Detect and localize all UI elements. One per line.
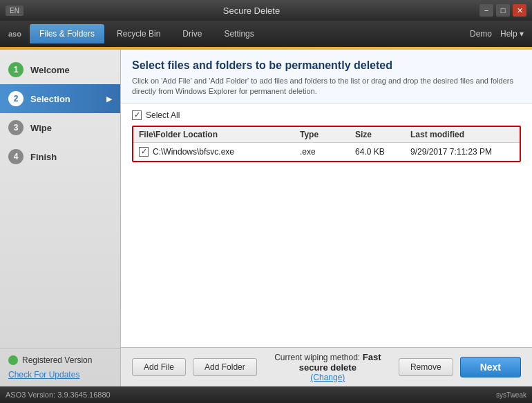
step-num-selection: 2 [8,91,23,106]
version-text: ASO3 Version: 3.9.3645.16880 [6,391,111,399]
remove-button[interactable]: Remove [399,358,453,376]
cell-type: .exe [300,147,355,157]
col-header-location: File\Folder Location [139,130,300,139]
help-button[interactable]: Help ▾ [500,29,524,39]
demo-button[interactable]: Demo [470,29,492,39]
registered-icon [8,355,18,365]
wiping-label: Current wiping method: [274,353,360,362]
next-button[interactable]: Next [460,357,521,377]
change-wiping-link[interactable]: (Change) [264,373,392,382]
sidebar-item-finish[interactable]: 4 Finish [0,142,120,171]
check-updates-link[interactable]: Check For Updates [8,370,79,380]
sidebar-label-selection: Selection [30,94,70,104]
nav-logo: aso [3,30,27,38]
tab-settings[interactable]: Settings [214,24,263,43]
step-num-wipe: 3 [8,120,23,135]
cell-location: C:\Windows\bfsvc.exe [139,147,300,157]
select-all-checkbox[interactable] [132,110,142,120]
table-row[interactable]: C:\Windows\bfsvc.exe .exe 64.0 KB 9/29/2… [133,143,520,161]
cell-modified: 9/29/2017 7:11:23 PM [410,147,514,157]
chevron-right-icon: ▶ [106,95,112,104]
col-header-type: Type [300,130,355,139]
bottom-bar: Add File Add Folder Current wiping metho… [121,347,532,386]
sidebar-label-welcome: Welcome [30,65,70,75]
title-bar: EN Secure Delete − □ ✕ [0,0,532,21]
add-folder-button[interactable]: Add Folder [193,358,257,376]
brand-text: sysTweak [496,391,526,399]
step-num-finish: 4 [8,149,23,164]
sidebar-item-selection[interactable]: 2 Selection ▶ [0,84,120,113]
table-header: File\Folder Location Type Size Last modi… [133,127,520,143]
nav-bar: aso Files & Folders Recycle Bin Drive Se… [0,21,532,47]
maximize-button[interactable]: □ [496,4,510,17]
wiping-method-area: Current wiping method: Fast secure delet… [264,352,392,382]
minimize-button[interactable]: − [479,4,493,17]
content-body: Select All File\Folder Location Type Siz… [121,104,532,347]
bottom-right-actions: Remove Next [399,357,521,377]
sidebar-bottom: Registered Version Check For Updates [0,348,120,386]
window-title: Secure Delete [23,6,479,16]
col-header-modified: Last modified [410,130,514,139]
status-bar: ASO3 Version: 3.9.3645.16880 sysTweak [0,386,532,403]
row-checkbox[interactable] [139,147,149,157]
step-num-welcome: 1 [8,62,23,77]
tab-files-folders[interactable]: Files & Folders [30,24,104,43]
close-button[interactable]: ✕ [513,4,526,17]
sidebar: 1 Welcome 2 Selection ▶ 3 Wipe 4 Finish … [0,50,121,386]
sidebar-label-finish: Finish [30,152,57,162]
col-header-size: Size [355,130,410,139]
sidebar-label-wipe: Wipe [30,123,52,133]
content-title: Select files and folders to be permanent… [132,59,521,72]
content-header: Select files and folders to be permanent… [121,50,532,104]
content-description: Click on 'Add File' and 'Add Folder' to … [132,76,521,97]
add-file-button[interactable]: Add File [132,358,186,376]
registered-status: Registered Version [8,355,112,365]
tab-drive[interactable]: Drive [173,24,211,43]
language-selector[interactable]: EN [6,6,23,16]
sidebar-item-wipe[interactable]: 3 Wipe [0,113,120,142]
tab-recycle-bin[interactable]: Recycle Bin [107,24,170,43]
window-controls: − □ ✕ [479,4,526,17]
nav-right-actions: Demo Help ▾ [470,29,529,39]
file-table: File\Folder Location Type Size Last modi… [132,126,521,162]
cell-size: 64.0 KB [355,147,410,157]
content-area: Select files and folders to be permanent… [121,50,532,386]
registered-label: Registered Version [22,355,92,365]
main-layout: 1 Welcome 2 Selection ▶ 3 Wipe 4 Finish … [0,50,532,386]
select-all-row: Select All [132,110,521,120]
select-all-label: Select All [146,110,180,120]
bottom-left-actions: Add File Add Folder [132,358,257,376]
sidebar-item-welcome[interactable]: 1 Welcome [0,55,120,84]
